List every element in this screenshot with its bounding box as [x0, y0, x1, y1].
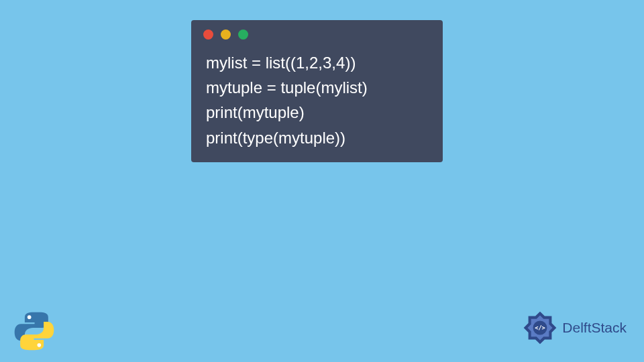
code-line: print(type(mytuple))	[206, 125, 428, 150]
code-line: print(mytuple)	[206, 100, 428, 125]
delftstack-branding: </> DelftStack	[521, 308, 627, 347]
delftstack-name: DelftStack	[562, 320, 627, 336]
close-icon	[203, 29, 213, 40]
code-line: mylist = list((1,2,3,4))	[206, 50, 428, 75]
maximize-icon	[238, 29, 248, 40]
svg-text:</>: </>	[535, 324, 545, 331]
window-controls	[191, 20, 443, 45]
code-content: mylist = list((1,2,3,4)) mytuple = tuple…	[191, 45, 443, 150]
delftstack-logo-icon: </>	[521, 308, 559, 347]
minimize-icon	[221, 29, 231, 40]
svg-point-1	[38, 343, 42, 347]
code-line: mytuple = tuple(mylist)	[206, 75, 428, 100]
python-logo-icon	[13, 310, 55, 352]
svg-point-0	[28, 315, 32, 319]
code-window: mylist = list((1,2,3,4)) mytuple = tuple…	[191, 20, 443, 162]
